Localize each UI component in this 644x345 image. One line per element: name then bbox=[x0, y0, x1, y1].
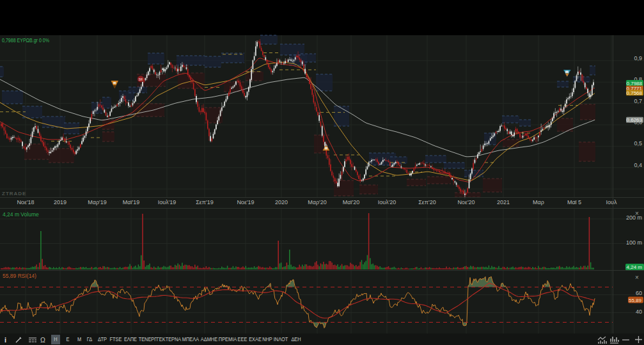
svg-text:Μαρ'19: Μαρ'19 bbox=[88, 199, 107, 205]
svg-text:Νοε'18: Νοε'18 bbox=[17, 199, 34, 205]
svg-text:200 m: 200 m bbox=[626, 214, 642, 221]
svg-text:×: × bbox=[635, 274, 639, 281]
svg-text:Μαϊ'19: Μαϊ'19 bbox=[123, 199, 139, 205]
svg-text:0,7568: 0,7568 bbox=[627, 90, 643, 96]
svg-text:40: 40 bbox=[636, 309, 642, 315]
svg-text:Σεπ'20: Σεπ'20 bbox=[418, 199, 436, 205]
svg-text:Σεπ'19: Σεπ'19 bbox=[196, 199, 214, 205]
svg-text:0,4: 0,4 bbox=[634, 162, 642, 168]
svg-text:0,6263: 0,6263 bbox=[627, 117, 643, 123]
svg-text:Μαρ'20: Μαρ'20 bbox=[308, 199, 327, 205]
svg-text:2019: 2019 bbox=[54, 199, 67, 205]
svg-text:0,7: 0,7 bbox=[634, 98, 642, 104]
svg-text:Νοε'20: Νοε'20 bbox=[457, 199, 475, 205]
svg-text:Ιουλ'19: Ιουλ'19 bbox=[158, 199, 177, 205]
svg-text:SR: SR bbox=[139, 78, 143, 81]
svg-text:0,9: 0,9 bbox=[634, 55, 642, 61]
svg-text:55,89: 55,89 bbox=[629, 298, 642, 303]
svg-text:0,7988 ΕΥΡΩΒ.gr 0 0%: 0,7988 ΕΥΡΩΒ.gr 0 0% bbox=[2, 37, 49, 44]
svg-text:Μαϊ'20: Μαϊ'20 bbox=[343, 199, 359, 205]
svg-text:2020: 2020 bbox=[275, 199, 288, 205]
svg-text:0,5: 0,5 bbox=[634, 140, 642, 147]
svg-text:4,24 m Volume: 4,24 m Volume bbox=[3, 211, 39, 218]
svg-text:100 m: 100 m bbox=[626, 239, 642, 246]
svg-text:60: 60 bbox=[636, 290, 642, 296]
svg-text:Ιουλ'20: Ιουλ'20 bbox=[378, 199, 397, 205]
svg-text:Νοε'19: Νοε'19 bbox=[237, 199, 254, 205]
svg-text:Ιουλ: Ιουλ bbox=[606, 199, 617, 205]
svg-text:55,89 RSI(14): 55,89 RSI(14) bbox=[3, 273, 36, 279]
svg-text:ZTRADE: ZTRADE bbox=[2, 191, 26, 197]
svg-text:×: × bbox=[635, 210, 639, 217]
svg-text:2021: 2021 bbox=[497, 199, 510, 205]
svg-text:Μαρ: Μαρ bbox=[533, 199, 544, 205]
svg-text:4,24 m: 4,24 m bbox=[627, 264, 643, 270]
svg-text:Μαϊ 5: Μαϊ 5 bbox=[567, 199, 581, 205]
